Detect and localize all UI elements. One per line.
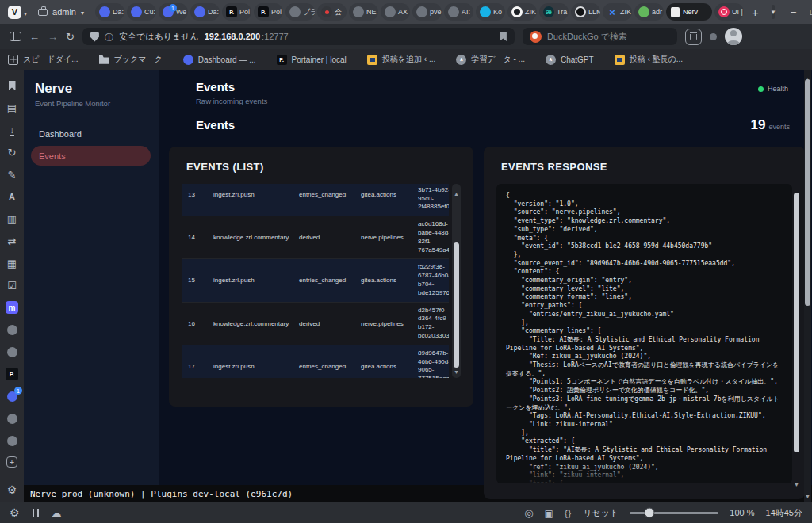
browser-tab[interactable]: Da: <box>190 3 220 21</box>
sync-panel-icon[interactable] <box>6 235 18 247</box>
calendar-panel-icon[interactable] <box>6 257 18 269</box>
settings-gear-icon[interactable] <box>6 483 18 496</box>
browser-tab[interactable]: 会 <box>317 3 347 21</box>
webpage: Nerve Event Pipeline Monitor Dashboard E… <box>24 70 812 502</box>
browser-tab[interactable]: UI | <box>714 3 744 21</box>
window-panel-icon[interactable] <box>6 212 18 225</box>
tab-label: ブラ <box>303 7 315 17</box>
friendica-web-panel-icon[interactable]: 1 <box>6 390 18 403</box>
bookmark-item[interactable]: Portainer | local <box>277 55 347 65</box>
event-row[interactable]: 13 ingest.zrl.push entries_changed gitea… <box>182 184 449 216</box>
zoom-reset-label[interactable]: リセット <box>583 507 619 519</box>
tab-dropdown-button[interactable] <box>772 5 776 19</box>
tab-favicon <box>258 6 269 17</box>
app-status-text: Nerve prod (unknown) | Plugins dev-local… <box>30 489 293 499</box>
bookmark-item[interactable]: スピードダイ... <box>8 54 79 65</box>
response-scrollbar[interactable] <box>794 193 800 488</box>
browser-tab[interactable]: adr <box>634 3 664 21</box>
back-button[interactable] <box>29 31 40 43</box>
event-row[interactable]: 16 knowledge.zrl.commentary derived nerv… <box>182 303 449 345</box>
page-actions-icon[interactable] <box>565 506 572 520</box>
search-field[interactable]: DuckDuckGo で検索 <box>523 28 677 45</box>
capture-icon[interactable] <box>524 506 533 520</box>
scroll-down-icon[interactable] <box>805 487 810 502</box>
browser-tab[interactable]: LLM <box>571 3 600 21</box>
bookmark-page-icon[interactable] <box>500 32 507 41</box>
portainer-web-panel-icon[interactable] <box>6 368 18 380</box>
scroll-up-icon[interactable] <box>454 185 459 199</box>
web-panel-icon[interactable] <box>6 434 18 447</box>
browser-tab[interactable]: Da: <box>95 3 124 21</box>
scroll-down-icon[interactable] <box>454 363 459 377</box>
browser-tab[interactable]: We 1 <box>159 3 188 21</box>
bookmark-item[interactable]: ブックマーク <box>99 54 163 65</box>
browser-tab[interactable]: Poi <box>254 3 283 21</box>
browser-tab[interactable]: NE <box>349 3 378 21</box>
event-row-id: 62411b4b-3b71-4b92-95c0-2f48885ef020 <box>418 184 449 212</box>
bookmark-item[interactable]: Dashboard — ... <box>183 55 256 65</box>
translate-panel-icon[interactable] <box>6 190 18 203</box>
browser-tab[interactable]: Ko <box>476 3 505 21</box>
web-panel-icon[interactable] <box>6 345 18 358</box>
page-scrollbar-thumb[interactable] <box>805 79 810 306</box>
page-scrollbar[interactable] <box>804 70 811 502</box>
vivaldi-menu-button[interactable]: V <box>8 5 27 19</box>
browser-tab[interactable]: ブラ <box>285 3 315 21</box>
settings-gear-icon[interactable] <box>10 506 20 520</box>
browser-tab[interactable]: AI: <box>444 3 473 21</box>
sidebar-nav-item[interactable]: Events <box>31 146 151 166</box>
workspace-selector[interactable]: admin <box>32 5 90 19</box>
tab-label: ZIK <box>525 8 536 16</box>
browser-tab[interactable]: Cu: <box>127 3 156 21</box>
browser-tab[interactable]: pve <box>412 3 442 21</box>
bookmark-item[interactable]: 投稿 ‹ 塾長の... <box>615 54 683 65</box>
browser-tab[interactable]: Tra <box>539 3 569 21</box>
browser-tab[interactable]: AX <box>381 3 410 21</box>
event-row-number: 15 <box>188 277 209 284</box>
event-row[interactable]: 14 knowledge.zrl.commentary derived nerv… <box>182 216 449 259</box>
browser-tab[interactable]: Nerv <box>666 3 712 21</box>
tab-favicon <box>511 6 523 17</box>
sync-cloud-icon[interactable] <box>52 506 62 520</box>
table-scrollbar-thumb[interactable] <box>454 242 459 368</box>
closed-tabs-trash-icon[interactable] <box>685 29 702 45</box>
notes-panel-icon[interactable] <box>6 168 18 181</box>
forward-button[interactable] <box>48 31 58 43</box>
zoom-slider-knob[interactable] <box>644 508 654 518</box>
minimize-button[interactable] <box>791 6 796 17</box>
event-row-id: d2b457f0-d364-4fc9-b172-bc0203303103 <box>418 307 449 341</box>
tab-label: Poi <box>271 8 282 16</box>
sidebar-nav-item[interactable]: Dashboard <box>31 124 151 143</box>
browser-tab[interactable]: Poi <box>222 3 251 21</box>
bookmark-item[interactable]: 学習データ - ... <box>456 54 525 65</box>
web-panel-icon[interactable] <box>6 323 18 336</box>
reading-list-panel-icon[interactable] <box>6 101 18 114</box>
url-bar[interactable]: 安全ではありません 192.168.0.200 :12777 <box>82 28 515 45</box>
panel-toggle-icon[interactable] <box>10 32 21 41</box>
mastodon-web-panel-icon[interactable] <box>6 301 18 314</box>
table-scrollbar[interactable] <box>452 184 461 378</box>
downloads-panel-icon[interactable] <box>6 124 18 136</box>
add-web-panel-icon[interactable] <box>6 456 17 468</box>
bookmark-item[interactable]: ChatGPT <box>546 55 594 65</box>
history-panel-icon[interactable] <box>6 146 18 158</box>
event-row[interactable]: 17 ingest.zrl.push entries_changed gitea… <box>182 345 449 378</box>
new-tab-button[interactable] <box>749 6 762 19</box>
web-panel-icon[interactable] <box>6 412 18 425</box>
browser-status-bar: リセット 100 % 14時45分 <box>0 502 812 523</box>
browser-tab[interactable]: ZIK <box>508 3 537 21</box>
response-scrollbar-thumb[interactable] <box>794 193 799 452</box>
reload-button[interactable] <box>66 31 75 43</box>
pause-icon[interactable] <box>33 509 39 517</box>
profile-avatar[interactable] <box>725 28 742 45</box>
browser-tab[interactable]: ZIK <box>603 3 632 21</box>
bookmarks-panel-icon[interactable] <box>6 79 18 92</box>
zoom-slider[interactable] <box>630 512 718 514</box>
event-row-type: ingest.zrl.push <box>213 277 294 284</box>
tasks-panel-icon[interactable] <box>6 279 18 292</box>
tile-windows-icon[interactable] <box>545 506 553 520</box>
scroll-down-icon[interactable] <box>794 475 799 490</box>
bookmark-item[interactable]: 投稿を追加 ‹ ... <box>367 54 435 65</box>
event-row[interactable]: 15 ingest.zrl.push entries_changed gitea… <box>182 259 449 302</box>
event-row-source: nerve.pipelines <box>361 320 413 327</box>
